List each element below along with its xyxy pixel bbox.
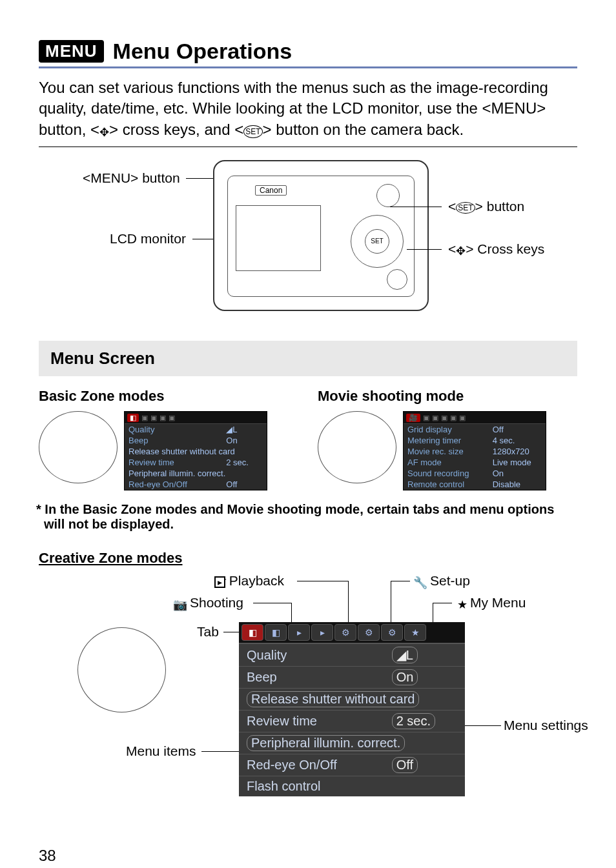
mode-dial-icon <box>39 411 118 483</box>
tab-setup-3[interactable]: ⚙ <box>381 624 403 641</box>
table-row: AF modeLive mode <box>404 457 546 468</box>
callout-mymenu: My Menu <box>457 595 526 612</box>
footnote: * In the Basic Zone modes and Movie shoo… <box>39 502 577 532</box>
wrench-icon <box>413 576 427 590</box>
tab-mymenu[interactable]: ★ <box>404 624 426 641</box>
table-row: Release shutter without card <box>125 446 267 457</box>
tab-strip: ◧ ◧ ▸ ▸ ⚙ ⚙ ⚙ ★ <box>239 622 465 643</box>
table-row: Quality◢L <box>125 424 267 435</box>
table-row[interactable]: Flash control <box>239 776 465 797</box>
creative-zone-section: Creative Zone modes · Playback Set-up Sh… <box>39 550 577 821</box>
star-icon <box>457 598 467 612</box>
mode-dial-icon <box>318 411 396 483</box>
callout-setup: Set-up <box>413 573 470 590</box>
camera-brand-label: Canon <box>255 185 287 196</box>
table-row[interactable]: Quality◢L <box>239 644 465 667</box>
tab-shooting-2[interactable]: ◧ <box>265 624 287 641</box>
intro-text: You can set various functions with the m… <box>39 77 577 140</box>
tab-playback-1[interactable]: ▸ <box>288 624 310 641</box>
callout-set-button: <SET> button <box>448 199 524 214</box>
table-row: Peripheral illumin. correct. <box>125 468 267 479</box>
tab-shooting-1[interactable]: ◧ <box>241 624 263 641</box>
callout-menu-settings: Menu settings <box>504 718 588 733</box>
page-number: 38 <box>39 847 577 865</box>
callout-cross-keys: <> Cross keys <box>448 241 544 258</box>
callout-tab: Tab <box>197 624 219 640</box>
callout-menu-button: <MENU> button <box>83 170 180 186</box>
table-row[interactable]: Review time2 sec. <box>239 711 465 732</box>
creative-zone-menu: ◧ ◧ ▸ ▸ ⚙ ⚙ ⚙ ★ Quality◢LBeepOnRelease s… <box>239 622 465 796</box>
table-row: Movie rec. size1280x720 <box>404 446 546 457</box>
movie-mode-menu: 🎥▣▣▣▣▣ Grid displayOffMetering timer4 se… <box>403 411 546 490</box>
creative-zone-header: Creative Zone modes <box>39 550 577 567</box>
camera-icon <box>173 598 187 612</box>
table-row[interactable]: Peripheral illumin. correct. <box>239 732 465 754</box>
table-row: Remote controlDisable <box>404 479 546 490</box>
movie-mode-header: Movie shooting mode <box>318 388 577 405</box>
table-row: Grid displayOff <box>404 424 546 435</box>
table-row[interactable]: Red-eye On/OffOff <box>239 754 465 776</box>
table-row[interactable]: BeepOn <box>239 667 465 689</box>
camera-diagram: <MENU> button LCD monitor Canon SET <SET… <box>39 154 577 334</box>
basic-zone-header: Basic Zone modes <box>39 388 298 405</box>
modes-row: Basic Zone modes ◧▣▣▣▣ Quality◢LBeepOnRe… <box>39 388 577 490</box>
page-title-row: MENU Menu Operations <box>39 39 577 68</box>
table-row: Review time2 sec. <box>125 457 267 468</box>
table-row[interactable]: Release shutter without card <box>239 689 465 711</box>
callout-lcd-monitor: LCD monitor <box>110 231 186 247</box>
mode-dial-icon <box>77 627 166 712</box>
tab-setup-2[interactable]: ⚙ <box>358 624 380 641</box>
callout-menu-items: Menu items <box>126 743 196 759</box>
callout-playback: · Playback <box>214 573 284 589</box>
tab-playback-2[interactable]: ▸ <box>311 624 333 641</box>
table-row: Red-eye On/OffOff <box>125 479 267 490</box>
callout-shooting: Shooting <box>173 595 243 612</box>
camera-body: Canon SET <box>213 160 429 311</box>
playback-icon: · <box>214 576 225 588</box>
basic-zone-menu: ◧▣▣▣▣ Quality◢LBeepOnRelease shutter wit… <box>124 411 267 490</box>
table-row: Metering timer4 sec. <box>404 435 546 446</box>
table-row: Sound recordingOn <box>404 468 546 479</box>
menu-badge: MENU <box>39 40 104 63</box>
table-row: BeepOn <box>125 435 267 446</box>
page-title: Menu Operations <box>113 39 293 64</box>
section-header-menu-screen: Menu Screen <box>39 341 577 376</box>
tab-setup-1[interactable]: ⚙ <box>334 624 356 641</box>
divider <box>39 146 577 147</box>
